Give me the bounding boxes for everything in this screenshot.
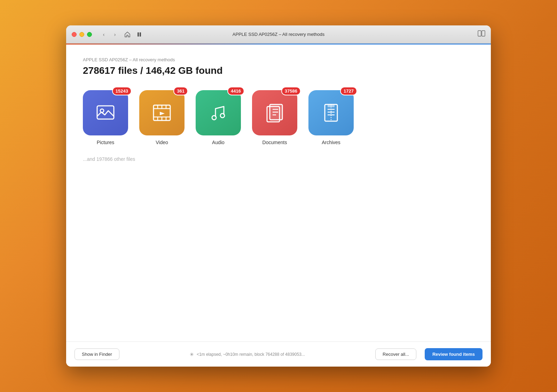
svg-rect-4 xyxy=(97,106,114,119)
status-area: ✳ <1m elapsed, ~0h10m remain, block 7642… xyxy=(128,352,367,357)
svg-point-16 xyxy=(212,116,216,120)
archives-label: Archives xyxy=(322,140,340,145)
audio-icon-wrapper: 4416 xyxy=(196,90,241,135)
close-button[interactable] xyxy=(72,32,77,37)
archives-icon-box xyxy=(308,90,354,135)
file-type-audio[interactable]: 4416 Audio xyxy=(196,90,241,145)
status-text: <1m elapsed, ~0h10m remain, block 764288… xyxy=(197,352,305,357)
window-title: APPLE SSD AP0256Z – All recovery methods xyxy=(233,32,324,37)
review-found-items-button[interactable]: Review found items xyxy=(425,348,483,360)
archives-badge: 1727 xyxy=(340,87,357,95)
video-badge: 361 xyxy=(173,87,188,95)
svg-point-17 xyxy=(220,113,225,118)
nav-buttons: ‹ › xyxy=(99,30,120,39)
titlebar-right xyxy=(478,30,485,38)
archives-icon-wrapper: 1727 xyxy=(308,90,354,135)
main-content: APPLE SSD AP0256Z – All recovery methods… xyxy=(66,45,491,342)
archives-icon xyxy=(320,102,342,124)
show-finder-button[interactable]: Show in Finder xyxy=(74,348,119,360)
audio-icon-box xyxy=(196,90,241,135)
audio-icon xyxy=(207,102,229,124)
file-type-video[interactable]: 361 Video xyxy=(139,90,185,145)
pictures-icon-wrapper: 15243 xyxy=(83,90,128,135)
titlebar: ‹ › APPLE SSD AP0256Z – All recovery met… xyxy=(66,25,491,44)
video-icon-wrapper: 361 xyxy=(139,90,185,135)
home-icon xyxy=(124,31,131,38)
main-title: 278617 files / 146,42 GB found xyxy=(83,65,474,76)
documents-icon-wrapper: 37586 xyxy=(252,90,297,135)
forward-button[interactable]: › xyxy=(110,30,120,39)
pause-button[interactable] xyxy=(134,30,144,39)
breadcrumb: APPLE SSD AP0256Z – All recovery methods xyxy=(83,57,474,62)
svg-rect-3 xyxy=(482,31,485,36)
documents-icon-box xyxy=(252,90,297,135)
pictures-icon-box xyxy=(83,90,128,135)
back-button[interactable]: ‹ xyxy=(99,30,109,39)
file-type-documents[interactable]: 37586 Documents xyxy=(252,90,297,145)
documents-icon xyxy=(264,102,286,124)
audio-badge: 4416 xyxy=(227,87,244,95)
documents-badge: 37586 xyxy=(281,87,301,95)
svg-rect-2 xyxy=(478,31,481,36)
documents-label: Documents xyxy=(262,140,287,145)
pictures-icon xyxy=(94,102,117,124)
video-icon-box xyxy=(139,90,185,135)
bottombar: Show in Finder ✳ <1m elapsed, ~0h10m rem… xyxy=(66,342,491,367)
other-files-text: ...and 197866 other files xyxy=(83,156,474,162)
pictures-label: Pictures xyxy=(97,140,115,145)
file-types-grid: 15243 Pictures xyxy=(83,90,474,145)
svg-marker-15 xyxy=(160,112,165,115)
spinner-icon: ✳ xyxy=(190,352,194,357)
home-button[interactable] xyxy=(123,30,132,39)
svg-rect-1 xyxy=(140,32,141,37)
minimize-button[interactable] xyxy=(79,32,84,37)
pause-icon xyxy=(136,32,142,37)
video-icon xyxy=(151,102,173,124)
maximize-button[interactable] xyxy=(87,32,92,37)
file-type-pictures[interactable]: 15243 Pictures xyxy=(83,90,128,145)
svg-rect-0 xyxy=(138,32,139,37)
file-type-archives[interactable]: 1727 Archives xyxy=(308,90,354,145)
audio-label: Audio xyxy=(212,140,225,145)
book-icon[interactable] xyxy=(478,30,485,38)
recover-all-button[interactable]: Recover all... xyxy=(375,348,416,360)
video-label: Video xyxy=(156,140,168,145)
app-window: ‹ › APPLE SSD AP0256Z – All recovery met… xyxy=(66,25,491,367)
traffic-lights xyxy=(72,32,92,37)
pictures-badge: 15243 xyxy=(112,87,132,95)
